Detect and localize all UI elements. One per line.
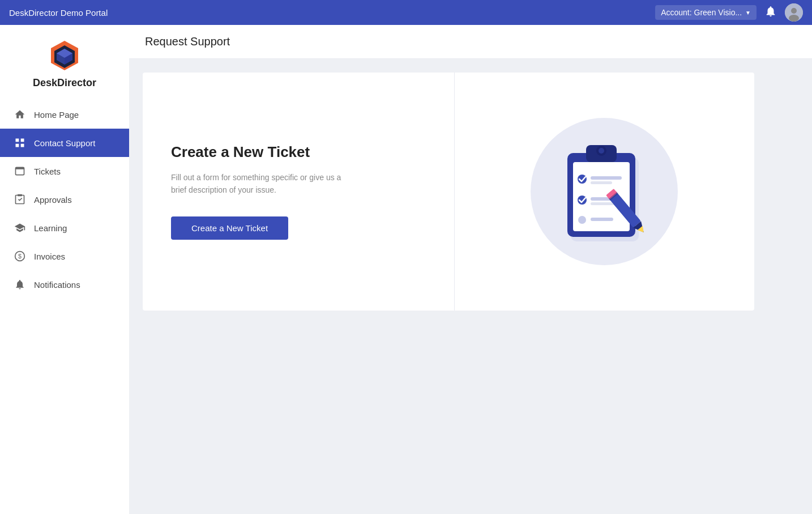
svg-rect-25	[591, 202, 616, 205]
chevron-down-icon: ▼	[745, 10, 751, 16]
card-right-panel	[455, 73, 755, 311]
logo-icon	[48, 39, 82, 73]
sidebar-item-label: Invoices	[34, 252, 65, 261]
sidebar-navigation: Home Page Contact Support	[0, 100, 129, 514]
sidebar-item-label: Approvals	[34, 195, 72, 205]
main-body: Create a New Ticket Fill out a form for …	[129, 59, 812, 514]
sidebar-item-home-page[interactable]: Home Page	[0, 100, 129, 129]
support-card: Create a New Ticket Fill out a form for …	[143, 73, 754, 311]
svg-point-2	[789, 15, 799, 22]
card-title: Create a New Ticket	[171, 143, 426, 161]
account-button[interactable]: Account: Green Visio... ▼	[655, 5, 757, 20]
learning-icon	[14, 222, 26, 234]
svg-rect-10	[18, 194, 22, 196]
card-description: Fill out a form for something specific o…	[171, 171, 352, 197]
bell-icon	[14, 278, 26, 291]
card-left-panel: Create a New Ticket Fill out a form for …	[143, 73, 455, 311]
grid-icon	[14, 137, 26, 149]
sidebar-item-label: Learning	[34, 223, 67, 233]
page-title: Request Support	[129, 25, 812, 59]
notification-bell-icon[interactable]	[764, 5, 777, 20]
svg-rect-27	[591, 218, 613, 221]
svg-point-26	[578, 216, 586, 224]
create-new-ticket-button[interactable]: Create a New Ticket	[171, 216, 288, 240]
svg-rect-21	[591, 176, 622, 180]
app-title: DeskDirector Demo Portal	[9, 8, 108, 18]
sidebar-item-label: Contact Support	[34, 138, 95, 148]
sidebar-item-contact-support[interactable]: Contact Support	[0, 129, 129, 157]
svg-text:$: $	[18, 253, 22, 260]
user-avatar[interactable]	[785, 3, 803, 22]
svg-rect-9	[16, 167, 24, 169]
tickets-icon	[14, 165, 26, 177]
account-label: Account: Green Visio...	[661, 8, 742, 17]
svg-rect-22	[591, 181, 612, 184]
sidebar-item-label: Notifications	[34, 280, 80, 290]
home-icon	[14, 108, 26, 121]
sidebar-item-learning[interactable]: Learning	[0, 214, 129, 242]
svg-point-18	[599, 148, 604, 154]
sidebar-item-invoices[interactable]: $ Invoices	[0, 242, 129, 270]
sidebar-item-notifications[interactable]: Notifications	[0, 270, 129, 299]
sidebar-item-label: Tickets	[34, 167, 61, 176]
sidebar-item-tickets[interactable]: Tickets	[0, 157, 129, 185]
sidebar: DeskDirector Home Page Contact	[0, 25, 129, 514]
sidebar-item-label: Home Page	[34, 110, 79, 120]
header-right-section: Account: Green Visio... ▼	[655, 3, 803, 22]
svg-point-1	[791, 8, 797, 14]
approvals-icon	[14, 193, 26, 206]
main-content: Request Support Create a New Ticket Fill…	[129, 25, 812, 514]
invoices-icon: $	[14, 250, 26, 262]
top-header: DeskDirector Demo Portal Account: Green …	[0, 0, 812, 25]
clipboard-illustration	[525, 112, 683, 271]
sidebar-item-approvals[interactable]: Approvals	[0, 185, 129, 214]
logo-text: DeskDirector	[33, 77, 96, 89]
main-layout: DeskDirector Home Page Contact	[0, 25, 812, 514]
sidebar-logo: DeskDirector	[0, 25, 129, 100]
